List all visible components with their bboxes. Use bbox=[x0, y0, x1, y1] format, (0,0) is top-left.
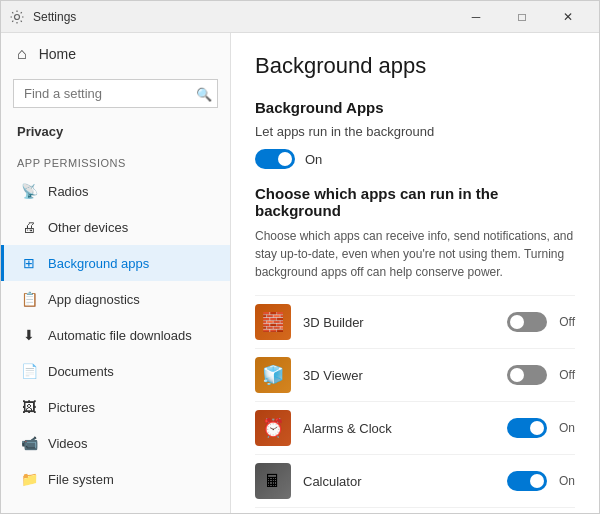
app-toggle-label-calculator: On bbox=[555, 474, 575, 488]
sidebar-item-label-other-devices: Other devices bbox=[48, 220, 128, 235]
privacy-header: Privacy bbox=[1, 116, 230, 145]
app-row-3d-builder: 🧱 3D Builder Off bbox=[255, 295, 575, 348]
sidebar-item-label-file-system: File system bbox=[48, 472, 114, 487]
background-apps-desc: Let apps run in the background bbox=[255, 124, 575, 139]
app-permissions-header: App permissions bbox=[1, 145, 230, 173]
sidebar-item-background-apps[interactable]: ⊞ Background apps bbox=[1, 245, 230, 281]
automatic-file-downloads-icon: ⬇ bbox=[20, 327, 38, 343]
radios-icon: 📡 bbox=[20, 183, 38, 199]
app-toggle-area-3d-builder: Off bbox=[507, 312, 575, 332]
app-toggle-3d-builder[interactable] bbox=[507, 312, 547, 332]
main-toggle-row: On bbox=[255, 149, 575, 169]
app-diagnostics-icon: 📋 bbox=[20, 291, 38, 307]
app-toggle-thumb-calculator bbox=[530, 474, 544, 488]
svg-point-0 bbox=[15, 14, 20, 19]
app-list: 🧱 3D Builder Off 🧊 3D Viewer Off ⏰ Alarm… bbox=[255, 295, 575, 513]
choose-desc: Choose which apps can receive info, send… bbox=[255, 227, 575, 281]
app-toggle-thumb-3d-viewer bbox=[510, 368, 524, 382]
app-name-alarms-clock: Alarms & Clock bbox=[303, 421, 507, 436]
documents-icon: 📄 bbox=[20, 363, 38, 379]
sidebar-item-label-pictures: Pictures bbox=[48, 400, 95, 415]
titlebar-controls: ─ □ ✕ bbox=[453, 1, 591, 33]
minimize-button[interactable]: ─ bbox=[453, 1, 499, 33]
app-toggle-calculator[interactable] bbox=[507, 471, 547, 491]
sidebar-item-file-system[interactable]: 📁 File system bbox=[1, 461, 230, 497]
sidebar-item-documents[interactable]: 📄 Documents bbox=[1, 353, 230, 389]
search-box: 🔍 bbox=[13, 79, 218, 108]
app-toggle-area-calculator: On bbox=[507, 471, 575, 491]
sidebar-item-videos[interactable]: 📹 Videos bbox=[1, 425, 230, 461]
sidebar-items: 📡 Radios 🖨 Other devices ⊞ Background ap… bbox=[1, 173, 230, 497]
sidebar-item-app-diagnostics[interactable]: 📋 App diagnostics bbox=[1, 281, 230, 317]
home-label: Home bbox=[39, 46, 76, 62]
sidebar-item-label-background-apps: Background apps bbox=[48, 256, 149, 271]
content-area: ⌂ Home 🔍 Privacy App permissions 📡 Radio… bbox=[1, 33, 599, 513]
app-toggle-3d-viewer[interactable] bbox=[507, 365, 547, 385]
app-toggle-label-3d-viewer: Off bbox=[555, 368, 575, 382]
window-title: Settings bbox=[33, 10, 453, 24]
search-button[interactable]: 🔍 bbox=[196, 86, 212, 101]
app-toggle-area-alarms-clock: On bbox=[507, 418, 575, 438]
main-toggle[interactable] bbox=[255, 149, 295, 169]
sidebar-item-label-documents: Documents bbox=[48, 364, 114, 379]
main-toggle-thumb bbox=[278, 152, 292, 166]
maximize-button[interactable]: □ bbox=[499, 1, 545, 33]
settings-icon bbox=[9, 9, 25, 25]
app-toggle-thumb-alarms-clock bbox=[530, 421, 544, 435]
pictures-icon: 🖼 bbox=[20, 399, 38, 415]
sidebar-item-other-devices[interactable]: 🖨 Other devices bbox=[1, 209, 230, 245]
background-apps-icon: ⊞ bbox=[20, 255, 38, 271]
home-icon: ⌂ bbox=[17, 45, 27, 63]
page-title: Background apps bbox=[255, 53, 575, 79]
close-button[interactable]: ✕ bbox=[545, 1, 591, 33]
app-icon-3d-builder: 🧱 bbox=[255, 304, 291, 340]
choose-title: Choose which apps can run in the backgro… bbox=[255, 185, 575, 219]
main-toggle-label: On bbox=[305, 152, 322, 167]
app-row-camera: 📷 Camera On bbox=[255, 507, 575, 513]
sidebar-item-label-automatic-file-downloads: Automatic file downloads bbox=[48, 328, 192, 343]
search-input[interactable] bbox=[13, 79, 218, 108]
app-toggle-label-3d-builder: Off bbox=[555, 315, 575, 329]
other-devices-icon: 🖨 bbox=[20, 219, 38, 235]
sidebar-item-home[interactable]: ⌂ Home bbox=[1, 33, 230, 75]
background-apps-title: Background Apps bbox=[255, 99, 575, 116]
sidebar: ⌂ Home 🔍 Privacy App permissions 📡 Radio… bbox=[1, 33, 231, 513]
app-toggle-label-alarms-clock: On bbox=[555, 421, 575, 435]
sidebar-item-automatic-file-downloads[interactable]: ⬇ Automatic file downloads bbox=[1, 317, 230, 353]
sidebar-item-radios[interactable]: 📡 Radios bbox=[1, 173, 230, 209]
app-name-3d-viewer: 3D Viewer bbox=[303, 368, 507, 383]
app-toggle-area-3d-viewer: Off bbox=[507, 365, 575, 385]
app-icon-3d-viewer: 🧊 bbox=[255, 357, 291, 393]
app-row-alarms-clock: ⏰ Alarms & Clock On bbox=[255, 401, 575, 454]
app-icon-calculator: 🖩 bbox=[255, 463, 291, 499]
file-system-icon: 📁 bbox=[20, 471, 38, 487]
sidebar-item-label-videos: Videos bbox=[48, 436, 88, 451]
app-icon-alarms-clock: ⏰ bbox=[255, 410, 291, 446]
window: Settings ─ □ ✕ ⌂ Home 🔍 Privacy App perm… bbox=[0, 0, 600, 514]
main-content: Background apps Background Apps Let apps… bbox=[231, 33, 599, 513]
titlebar: Settings ─ □ ✕ bbox=[1, 1, 599, 33]
videos-icon: 📹 bbox=[20, 435, 38, 451]
app-row-3d-viewer: 🧊 3D Viewer Off bbox=[255, 348, 575, 401]
sidebar-item-pictures[interactable]: 🖼 Pictures bbox=[1, 389, 230, 425]
app-name-3d-builder: 3D Builder bbox=[303, 315, 507, 330]
app-name-calculator: Calculator bbox=[303, 474, 507, 489]
app-row-calculator: 🖩 Calculator On bbox=[255, 454, 575, 507]
app-toggle-alarms-clock[interactable] bbox=[507, 418, 547, 438]
sidebar-item-label-radios: Radios bbox=[48, 184, 88, 199]
sidebar-item-label-app-diagnostics: App diagnostics bbox=[48, 292, 140, 307]
app-toggle-thumb-3d-builder bbox=[510, 315, 524, 329]
